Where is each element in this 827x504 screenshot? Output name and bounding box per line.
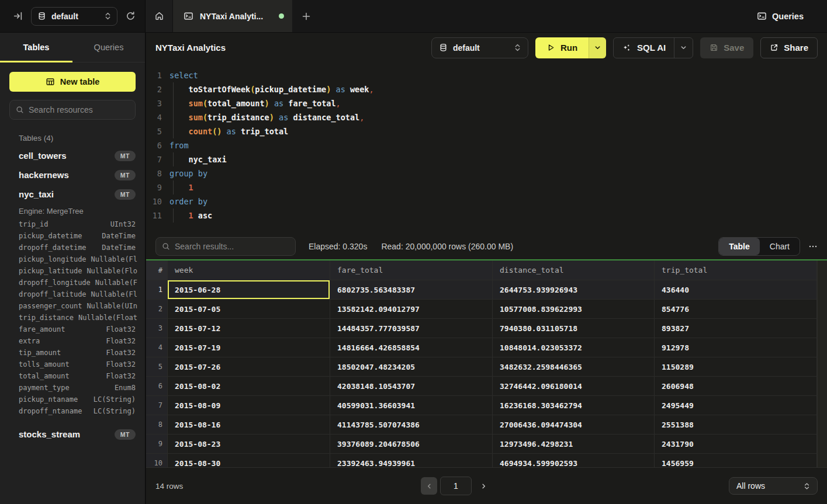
table-cell[interactable]: 16236168.303462794 bbox=[493, 396, 655, 415]
page-size-selector[interactable]: All rows bbox=[729, 477, 818, 495]
run-button[interactable]: Run bbox=[535, 37, 589, 58]
column-name: dropoff_datetime bbox=[19, 244, 86, 252]
row-index: 8 bbox=[146, 415, 168, 435]
sidebar-table-stocks_stream[interactable]: stocks_streamMT bbox=[0, 425, 145, 444]
table-cell[interactable]: 39376089.204678506 bbox=[330, 435, 493, 454]
table-cell[interactable]: 2015-07-19 bbox=[168, 338, 330, 357]
chevron-right-icon bbox=[480, 483, 487, 489]
new-table-button[interactable]: New table bbox=[9, 72, 136, 92]
table-cell[interactable]: 2015-08-16 bbox=[168, 415, 330, 435]
refresh-icon[interactable] bbox=[126, 11, 136, 21]
chevrons-updown-icon bbox=[105, 12, 111, 20]
table-cell[interactable]: 854776 bbox=[655, 300, 817, 319]
sql-ai-options-button[interactable] bbox=[674, 38, 693, 58]
table-cell[interactable]: 2015-07-12 bbox=[168, 319, 330, 338]
table-cell[interactable]: 10577008.839622993 bbox=[493, 300, 655, 319]
table-cell[interactable]: 2015-08-23 bbox=[168, 435, 330, 454]
table-cell[interactable]: 2015-07-26 bbox=[168, 357, 330, 377]
table-cell[interactable]: 40599031.36603941 bbox=[330, 396, 493, 415]
search-results-input[interactable] bbox=[175, 242, 289, 251]
table-cell[interactable]: 4694934.599902593 bbox=[493, 454, 655, 467]
table-cell[interactable]: 2644753.939926943 bbox=[493, 280, 655, 300]
main-panel: NYTaxi Analytics default Run bbox=[146, 33, 827, 504]
table-cell[interactable]: 41143785.507074386 bbox=[330, 415, 493, 435]
collapse-sidebar-icon[interactable] bbox=[13, 11, 23, 21]
table-cell[interactable]: 912978 bbox=[655, 338, 817, 357]
previous-page-button[interactable] bbox=[421, 477, 437, 495]
table-cell[interactable]: 2551388 bbox=[655, 415, 817, 435]
column-header-index[interactable]: # bbox=[146, 260, 168, 280]
query-database-selector[interactable]: default bbox=[431, 37, 528, 58]
view-toggle-chart[interactable]: Chart bbox=[760, 238, 800, 255]
sql-editor[interactable]: 1select2 toStartOfWeek(pickup_datetime) … bbox=[146, 62, 827, 234]
more-options-button[interactable] bbox=[808, 242, 818, 251]
table-cell[interactable]: 6802735.563483387 bbox=[330, 280, 493, 300]
queries-button[interactable]: Queries bbox=[757, 11, 804, 21]
column-header-fare_total[interactable]: fare_total bbox=[330, 260, 493, 280]
line-number: 4 bbox=[146, 110, 162, 124]
sidebar-tab-tables[interactable]: Tables bbox=[0, 33, 72, 62]
column-type: Float32 bbox=[101, 372, 136, 380]
sql-ai-button-group: SQL AI bbox=[613, 37, 693, 58]
table-column-row: dropoff_longitudeNullable(F bbox=[0, 277, 145, 289]
table-cell[interactable]: 42038148.10543707 bbox=[330, 377, 493, 396]
save-button[interactable]: Save bbox=[700, 37, 753, 58]
results-scrollbar[interactable] bbox=[817, 260, 827, 467]
table-cell[interactable]: 1456959 bbox=[655, 454, 817, 467]
column-header-week[interactable]: week bbox=[168, 260, 330, 280]
column-header-distance_total[interactable]: distance_total bbox=[493, 260, 655, 280]
search-resources-input[interactable] bbox=[29, 105, 134, 114]
table-cell[interactable]: 27006436.094474304 bbox=[493, 415, 655, 435]
run-options-button[interactable] bbox=[589, 37, 606, 58]
chevron-left-icon bbox=[426, 483, 432, 489]
table-cell[interactable]: 18502047.48234205 bbox=[330, 357, 493, 377]
sidebar-table-nyc_taxi[interactable]: nyc_taxiMT bbox=[0, 185, 145, 204]
table-cell[interactable]: 2015-08-30 bbox=[168, 454, 330, 467]
sidebar-tab-queries[interactable]: Queries bbox=[72, 33, 145, 62]
table-cell[interactable]: 32746442.096180014 bbox=[493, 377, 655, 396]
table-name: nyc_taxi bbox=[19, 189, 54, 199]
column-header-trip_total[interactable]: trip_total bbox=[655, 260, 817, 280]
table-cell[interactable]: 2606948 bbox=[655, 377, 817, 396]
sql-ai-button[interactable]: SQL AI bbox=[614, 43, 674, 53]
table-column-row: dropoff_ntanameLC(String) bbox=[0, 405, 145, 417]
table-cell[interactable]: 12973496.4298231 bbox=[493, 435, 655, 454]
table-cell[interactable]: 14484357.777039587 bbox=[330, 319, 493, 338]
table-cell[interactable]: 3482632.2598446365 bbox=[493, 357, 655, 377]
view-toggle-table[interactable]: Table bbox=[719, 238, 760, 255]
row-index: 3 bbox=[146, 319, 168, 338]
table-cell[interactable]: 2015-08-09 bbox=[168, 396, 330, 415]
new-tab-button[interactable] bbox=[292, 0, 320, 32]
sidebar-table-hackernews[interactable]: hackernewsMT bbox=[0, 165, 145, 185]
next-page-button[interactable] bbox=[475, 477, 492, 495]
home-button[interactable] bbox=[146, 0, 173, 32]
code-line: 7 nyc_taxi bbox=[146, 152, 827, 166]
table-cell[interactable]: 2015-07-05 bbox=[168, 300, 330, 319]
table-cell[interactable]: 7940380.031105718 bbox=[493, 319, 655, 338]
sidebar-table-cell_towers[interactable]: cell_towersMT bbox=[0, 146, 145, 165]
column-type: Nullable(UIn bbox=[82, 302, 137, 310]
table-cell[interactable]: 2015-08-02 bbox=[168, 377, 330, 396]
table-cell[interactable]: 2431790 bbox=[655, 435, 817, 454]
table-row: 12015-06-286802735.5634833872644753.9399… bbox=[146, 280, 817, 300]
table-cell[interactable]: 893827 bbox=[655, 319, 817, 338]
share-button[interactable]: Share bbox=[760, 37, 818, 58]
column-type: LC(String) bbox=[89, 395, 136, 404]
column-name: passenger_count bbox=[19, 302, 82, 310]
table-cell[interactable]: 10848014.023053372 bbox=[493, 338, 655, 357]
table-cell[interactable]: 13582142.094012797 bbox=[330, 300, 493, 319]
table-cell[interactable]: 2495449 bbox=[655, 396, 817, 415]
chevrons-updown-icon bbox=[514, 44, 521, 51]
table-cell[interactable]: 2015-06-28 bbox=[168, 280, 330, 300]
table-cell[interactable]: 23392463.94939961 bbox=[330, 454, 493, 467]
column-name: tip_amount bbox=[19, 349, 61, 357]
page-number-input[interactable]: 1 bbox=[440, 477, 472, 495]
database-icon bbox=[37, 12, 46, 20]
terminal-icon bbox=[184, 11, 193, 21]
table-column-row: pickup_datetimeDateTime bbox=[0, 230, 145, 242]
database-selector[interactable]: default bbox=[31, 7, 117, 26]
table-cell[interactable]: 14816664.426858854 bbox=[330, 338, 493, 357]
tab-nytaxi-analytics[interactable]: NYTaxi Analyti... bbox=[173, 0, 292, 32]
table-cell[interactable]: 1150289 bbox=[655, 357, 817, 377]
table-cell[interactable]: 436440 bbox=[655, 280, 817, 300]
